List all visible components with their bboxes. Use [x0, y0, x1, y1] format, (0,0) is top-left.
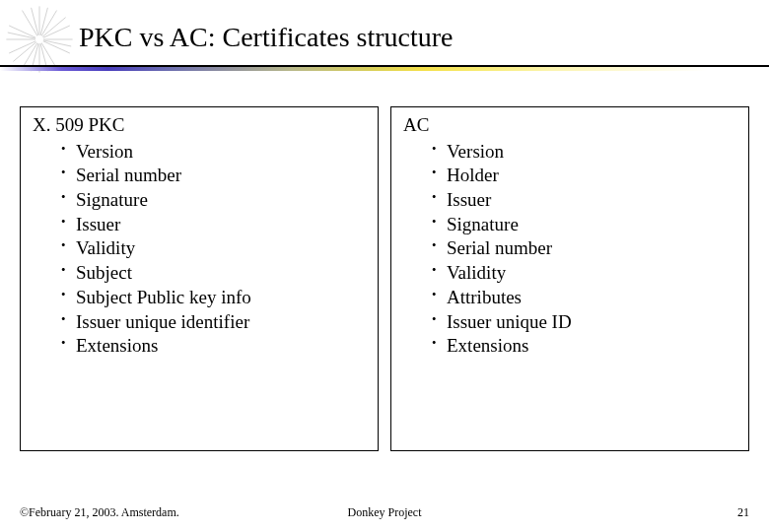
list-item: Subject: [60, 261, 368, 286]
list-item: Extensions: [60, 334, 368, 359]
footer-project: Donkey Project: [0, 505, 769, 520]
svg-line-13: [39, 18, 66, 39]
list-item: Issuer unique identifier: [60, 310, 368, 335]
list-item: Version: [60, 140, 368, 165]
left-column: X. 509 PKC Version Serial number Signatu…: [20, 106, 379, 451]
list-item: Signature: [60, 188, 368, 213]
list-item: Issuer: [431, 188, 738, 213]
slide: PKC vs AC: Certificates structure X. 509…: [0, 0, 769, 532]
list-item: Signature: [431, 213, 738, 237]
title-divider: [0, 65, 769, 71]
slide-title: PKC vs AC: Certificates structure: [79, 22, 454, 53]
right-heading: AC: [403, 113, 738, 138]
list-item: Subject Public key info: [60, 286, 368, 310]
list-item: Version: [431, 140, 738, 165]
slide-number: 21: [737, 505, 749, 520]
list-item: Issuer unique ID: [431, 310, 738, 335]
list-item: Issuer: [60, 213, 368, 237]
svg-line-14: [39, 39, 71, 46]
left-heading: X. 509 PKC: [33, 113, 368, 138]
list-item: Validity: [431, 261, 738, 286]
list-item: Validity: [60, 236, 368, 261]
starburst-icon: [5, 5, 74, 74]
svg-point-20: [35, 35, 43, 43]
list-item: Serial number: [60, 164, 368, 188]
left-list: Version Serial number Signature Issuer V…: [31, 140, 368, 359]
list-item: Holder: [431, 164, 738, 188]
list-item: Serial number: [431, 236, 738, 261]
list-item: Attributes: [431, 286, 738, 310]
svg-line-12: [39, 8, 47, 39]
svg-line-17: [13, 39, 39, 61]
svg-line-18: [8, 33, 39, 39]
right-column: AC Version Holder Issuer Signature Seria…: [390, 106, 749, 451]
svg-line-19: [32, 8, 39, 39]
right-list: Version Holder Issuer Signature Serial n…: [401, 140, 738, 359]
list-item: Extensions: [431, 334, 738, 359]
content-columns: X. 509 PKC Version Serial number Signatu…: [20, 106, 749, 451]
